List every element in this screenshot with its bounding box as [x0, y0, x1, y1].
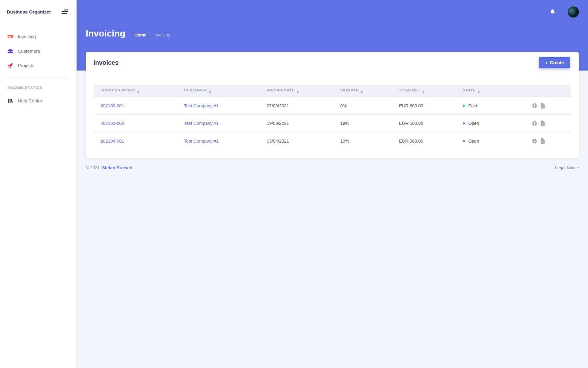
sidebar-item-label: Invoicing — [18, 34, 36, 39]
cell-invoicenumber: 202103-002 — [93, 115, 184, 132]
author-link[interactable]: Stefan Breisch — [102, 165, 132, 170]
cell-vatrate: 19% — [340, 132, 399, 150]
pdf-file-icon[interactable] — [541, 103, 545, 109]
sort-icon — [478, 90, 480, 94]
breadcrumb-home-link[interactable]: Home — [134, 33, 146, 37]
invoice-link[interactable]: 202104-001 — [100, 139, 124, 144]
brand-row: Business Organizer — [0, 0, 76, 24]
rocket-icon — [7, 63, 13, 68]
top-navbar — [77, 0, 588, 24]
invoice-link[interactable]: 202103-001 — [100, 103, 124, 108]
table-row: 202103-002 Test Company #1 19/03/2021 19… — [93, 115, 571, 132]
app-title: Business Organizer — [7, 9, 51, 14]
card-title: Invoices — [93, 59, 119, 66]
table-row: 202103-001 Test Company #1 07/03/2021 0%… — [93, 97, 571, 115]
sidebar-item-customers[interactable]: Customers — [0, 44, 76, 58]
sidebar: Business Organizer Invoicing Customers P… — [0, 0, 77, 368]
info-icon[interactable] — [532, 121, 537, 126]
cell-vatrate: 19% — [340, 115, 399, 132]
copyright-year: © 2021 — [86, 165, 100, 170]
info-icon[interactable] — [532, 103, 537, 108]
sort-icon — [137, 90, 139, 94]
table-header-row: INVOICENUMBER CUSTOMER INVOICEDATE VATRA… — [93, 85, 571, 97]
cell-customer: Test Company #1 — [184, 97, 267, 115]
column-header-customer[interactable]: CUSTOMER — [184, 85, 267, 97]
cell-invoicedate: 19/03/2021 — [267, 115, 340, 132]
cell-customer: Test Company #1 — [184, 132, 267, 150]
breadcrumb-separator: - — [149, 33, 151, 37]
cell-invoicedate: 07/03/2021 — [267, 97, 340, 115]
sidebar-item-help-center[interactable]: Help Center — [0, 94, 76, 108]
sort-icon — [209, 90, 211, 94]
cell-vatrate: 0% — [340, 97, 399, 115]
customer-link[interactable]: Test Company #1 — [184, 139, 219, 144]
sidebar-item-invoicing[interactable]: Invoicing — [0, 29, 76, 44]
cell-totalnet: EUR 500.00 — [399, 115, 463, 132]
cell-actions — [532, 97, 571, 115]
sidebar-nav: Invoicing Customers Projects — [0, 29, 76, 73]
column-header-totalnet[interactable]: TOTALNET — [399, 85, 463, 97]
breadcrumb-current: Invoicing — [153, 33, 170, 37]
status-dot-paid — [463, 105, 465, 107]
create-button-label: Create — [550, 60, 564, 65]
legal-notice-link[interactable]: Legal Notice — [555, 165, 579, 170]
cell-totalnet: EUR 600.00 — [399, 97, 463, 115]
customer-link[interactable]: Test Company #1 — [184, 121, 219, 126]
column-header-invoicedate[interactable]: INVOICEDATE — [267, 85, 340, 97]
invoices-table: INVOICENUMBER CUSTOMER INVOICEDATE VATRA… — [93, 85, 571, 150]
sidebar-item-projects[interactable]: Projects — [0, 58, 76, 73]
avatar[interactable] — [568, 6, 579, 17]
cell-state: Open — [463, 115, 532, 132]
cell-totalnet: EUR 980.00 — [399, 132, 463, 150]
column-header-state[interactable]: STATE — [463, 85, 532, 97]
customer-link[interactable]: Test Company #1 — [184, 103, 219, 108]
bell-icon[interactable] — [550, 9, 556, 15]
cell-customer: Test Company #1 — [184, 115, 267, 132]
main-area: Invoicing Home - Invoicing Invoices + Cr… — [77, 0, 588, 368]
copyright: © 2021 Stefan Breisch — [86, 165, 132, 170]
sort-icon — [361, 90, 363, 94]
cell-state: Open — [463, 132, 532, 150]
sidebar-item-label: Help Center — [18, 98, 42, 103]
hamburger-menu-icon[interactable] — [62, 10, 69, 14]
cell-invoicenumber: 202104-001 — [93, 132, 184, 150]
pdf-file-icon[interactable] — [541, 121, 545, 126]
sidebar-doc-nav: Help Center — [0, 94, 76, 108]
invoice-icon — [7, 34, 13, 40]
briefcase-icon — [7, 48, 13, 54]
column-header-invoicenumber[interactable]: INVOICENUMBER — [93, 85, 184, 97]
status-dot-open — [463, 122, 465, 125]
sort-icon — [297, 90, 299, 94]
books-icon — [7, 98, 13, 104]
sidebar-divider — [8, 78, 69, 79]
page-title: Invoicing — [86, 29, 125, 39]
invoice-link[interactable]: 202103-002 — [100, 121, 124, 126]
create-button[interactable]: + Create — [539, 57, 570, 68]
cell-invoicenumber: 202103-001 — [93, 97, 184, 115]
sidebar-item-label: Projects — [18, 63, 34, 68]
info-icon[interactable] — [532, 139, 537, 144]
cell-actions — [532, 115, 571, 132]
column-header-vatrate[interactable]: VATRATE — [340, 85, 399, 97]
column-header-actions — [532, 85, 571, 97]
status-dot-open — [463, 140, 465, 142]
status-label: Open — [468, 139, 479, 144]
cell-invoicedate: 03/04/2021 — [267, 132, 340, 150]
status-label: Paid — [468, 103, 477, 108]
plus-icon: + — [545, 61, 548, 65]
cell-state: Paid — [463, 97, 532, 115]
pdf-file-icon[interactable] — [541, 138, 545, 144]
table-row: 202104-001 Test Company #1 03/04/2021 19… — [93, 132, 571, 150]
breadcrumb: Home - Invoicing — [134, 33, 170, 37]
page-footer: © 2021 Stefan Breisch Legal Notice — [86, 158, 579, 170]
page-head: Invoicing Home - Invoicing — [77, 24, 588, 39]
invoices-card: Invoices + Create INVOICENUMBER CUSTOMER… — [86, 52, 579, 158]
sidebar-item-label: Customers — [18, 48, 40, 54]
status-label: Open — [468, 121, 479, 126]
sidebar-section-title: DOCUMENTATION — [7, 86, 76, 90]
sort-icon — [423, 90, 424, 94]
invoices-table-wrap: INVOICENUMBER CUSTOMER INVOICEDATE VATRA… — [86, 85, 579, 158]
card-header: Invoices + Create — [86, 52, 579, 85]
cell-actions — [532, 132, 571, 150]
